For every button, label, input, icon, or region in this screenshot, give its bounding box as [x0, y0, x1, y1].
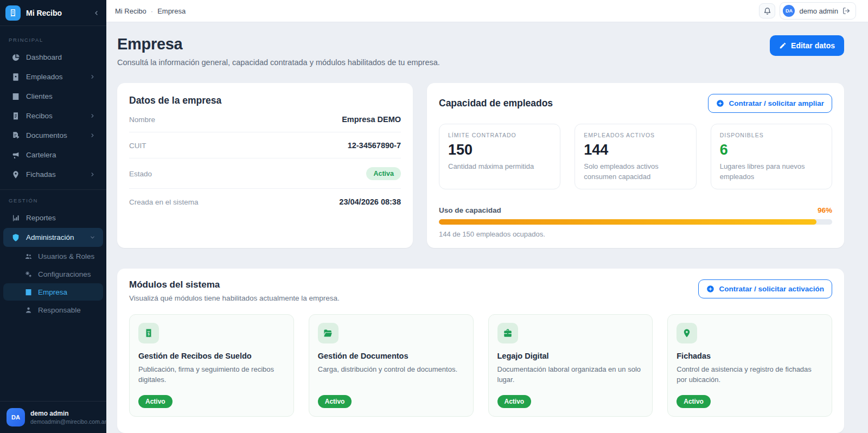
usage-caption: 144 de 150 empleados ocupados.	[439, 230, 832, 238]
edit-data-button[interactable]: Editar datos	[770, 35, 844, 56]
pencil-icon	[779, 42, 787, 49]
modules-subtitle: Visualizá qué módulos tiene habilitados …	[129, 294, 340, 302]
map-pin-icon	[676, 323, 697, 343]
map-pin-icon	[11, 170, 20, 179]
sidebar-item-reportes[interactable]: Reportes	[3, 208, 103, 227]
topbar: Mi Recibo · Empresa DA demo admin	[106, 0, 868, 22]
sidebar-subitem-empresa[interactable]: Empresa	[3, 283, 103, 301]
svg-text:$: $	[148, 332, 150, 336]
avatar: DA	[783, 5, 795, 17]
activate-module-button[interactable]: Contratar / solicitar activación	[698, 279, 832, 298]
page-title: Empresa	[117, 35, 440, 53]
breadcrumb: Mi Recibo · Empresa	[115, 7, 186, 15]
sidebar-item-administracion[interactable]: Administración	[3, 228, 103, 247]
module-card-fichadas: Fichadas Control de asistencia y registr…	[667, 314, 832, 417]
topbar-user-name: demo admin	[799, 7, 838, 15]
capacity-stats: LÍMITE CONTRATADO 150 Cantidad máxima pe…	[439, 124, 832, 189]
sidebar-subitem-responsable[interactable]: Responsable	[3, 301, 103, 319]
notifications-button[interactable]	[759, 3, 775, 18]
chevron-right-icon	[90, 132, 95, 138]
module-status-badge: Activo	[497, 395, 532, 408]
capacity-progress-fill	[439, 219, 816, 225]
dashboard-icon	[11, 53, 20, 62]
company-row-nombre: Nombre Empresa DEMO	[129, 106, 401, 132]
capacity-card-title: Capacidad de empleados	[439, 98, 553, 109]
page-header: Empresa Consultá la información general,…	[117, 35, 844, 67]
chevron-right-icon	[90, 74, 95, 80]
module-card-recibos: $ Gestión de Recibos de Sueldo Publicaci…	[129, 314, 294, 417]
stat-limite-contratado: LÍMITE CONTRATADO 150 Cantidad máxima pe…	[439, 124, 560, 189]
topbar-right: DA demo admin	[759, 2, 856, 20]
sidebar-item-cartelera[interactable]: Cartelera	[3, 145, 103, 164]
company-row-cuit: CUIT 12-34567890-7	[129, 132, 401, 158]
module-card-documentos: Gestión de Documentos Carga, distribució…	[309, 314, 474, 417]
section-label-principal: PRINCIPAL	[0, 29, 106, 47]
company-row-creada: Creada en el sistema 23/04/2026 08:38	[129, 189, 401, 214]
sidebar-item-recibos[interactable]: Recibos	[3, 106, 103, 125]
documents-icon	[11, 131, 20, 140]
company-card-title: Datos de la empresa	[129, 95, 401, 106]
breadcrumb-separator: ·	[151, 7, 153, 15]
chevron-left-icon	[93, 10, 100, 16]
capacity-progress-track	[439, 219, 832, 225]
app-root: Mi Recibo PRINCIPAL Dashboard Empleados …	[0, 0, 868, 433]
breadcrumb-current: Empresa	[157, 7, 186, 15]
user-menu-button[interactable]: DA demo admin	[780, 2, 856, 20]
sidebar-subitem-usuarios-roles[interactable]: Usuarios & Roles	[3, 247, 103, 265]
app-logo-icon	[5, 5, 21, 21]
company-row-estado: Estado Activa	[129, 158, 401, 189]
users-icon	[24, 252, 33, 260]
stat-empleados-activos: EMPLEADOS ACTIVOS 144 Solo empleados act…	[575, 124, 696, 189]
modules-grid: $ Gestión de Recibos de Sueldo Publicaci…	[129, 314, 832, 417]
bell-icon	[763, 7, 771, 15]
folder-open-icon	[318, 323, 339, 343]
sidebar-item-fichadas[interactable]: Fichadas	[3, 165, 103, 184]
plus-circle-icon	[716, 99, 724, 107]
modules-header: Módulos del sistema Visualizá qué módulo…	[129, 279, 832, 302]
receipts-icon	[11, 111, 20, 120]
shield-icon	[11, 233, 20, 242]
clients-icon	[11, 92, 20, 101]
sidebar-user-name: demo admin	[30, 410, 106, 417]
chevron-right-icon	[90, 113, 95, 119]
sidebar-user-card[interactable]: DA demo admin demoadmin@mirecibo.com.ar	[0, 401, 106, 433]
module-status-badge: Activo	[138, 395, 173, 408]
usage-percent: 96%	[818, 206, 832, 214]
sidebar-subitem-configuraciones[interactable]: Configuraciones	[3, 265, 103, 283]
logout-icon[interactable]	[843, 7, 850, 15]
main-area: Mi Recibo · Empresa DA demo admin	[106, 0, 868, 433]
capacity-card-header: Capacidad de empleados Contratar / solic…	[439, 94, 832, 113]
plus-circle-icon	[706, 285, 714, 293]
stat-disponibles: DISPONIBLES 6 Lugares libres para nuevos…	[711, 124, 832, 189]
building-icon	[24, 288, 33, 296]
modules-title: Módulos del sistema	[129, 279, 340, 290]
status-badge: Activa	[366, 167, 401, 180]
sidebar-item-empleados[interactable]: Empleados	[3, 67, 103, 86]
page-subtitle: Consultá la información general, capacid…	[117, 58, 440, 67]
sidebar-item-dashboard[interactable]: Dashboard	[3, 48, 103, 67]
sidebar-collapse-button[interactable]	[93, 10, 100, 16]
sidebar-item-documentos[interactable]: Documentos	[3, 126, 103, 145]
sidebar-user-email: demoadmin@mirecibo.com.ar	[30, 418, 106, 425]
usage-label: Uso de capacidad	[439, 206, 501, 214]
module-status-badge: Activo	[676, 395, 711, 408]
top-cards-row: Datos de la empresa Nombre Empresa DEMO …	[117, 83, 844, 248]
module-status-badge: Activo	[318, 395, 352, 408]
megaphone-icon	[11, 150, 20, 160]
page-content: Empresa Consultá la información general,…	[106, 22, 868, 433]
expand-capacity-button[interactable]: Contratar / solicitar ampliar	[708, 94, 832, 113]
usage-header: Uso de capacidad 96%	[439, 199, 832, 214]
gears-icon	[24, 270, 33, 278]
avatar: DA	[7, 408, 25, 426]
app-title: Mi Recibo	[26, 9, 88, 17]
module-card-legajo: Legajo Digital Documentación laboral org…	[488, 314, 653, 417]
capacity-card: Capacidad de empleados Contratar / solic…	[427, 83, 844, 248]
breadcrumb-home[interactable]: Mi Recibo	[115, 7, 146, 15]
employees-icon	[11, 72, 20, 81]
chevron-right-icon	[90, 171, 95, 177]
sidebar: Mi Recibo PRINCIPAL Dashboard Empleados …	[0, 0, 106, 433]
chevron-down-icon	[90, 234, 95, 240]
section-label-gestion: GESTIÓN	[0, 190, 106, 208]
sidebar-item-clientes[interactable]: Clientes	[3, 87, 103, 106]
reports-icon	[11, 213, 20, 222]
